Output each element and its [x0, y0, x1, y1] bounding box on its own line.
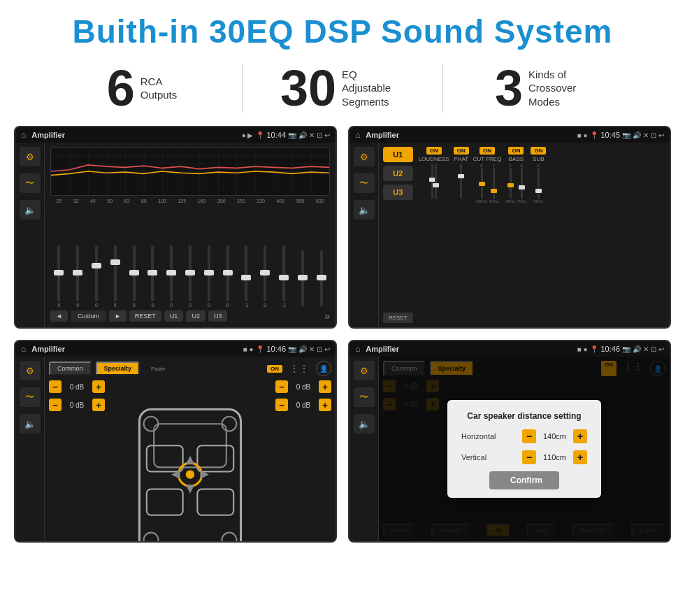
tab-common[interactable]: Common	[49, 361, 92, 375]
dialog-filter-btn[interactable]: ⚙	[354, 361, 375, 380]
svg-rect-5	[147, 489, 183, 515]
dialog-wave-btn[interactable]: 〜	[354, 387, 375, 407]
eq-custom-label: Custom	[71, 310, 106, 322]
fader-wave-btn[interactable]: 〜	[20, 387, 41, 407]
eq-wave-btn[interactable]: 〜	[20, 173, 41, 193]
more-arrow-icon[interactable]: »	[324, 310, 330, 322]
eq-slider-14[interactable]	[294, 250, 311, 308]
screenshots-grid: ⌂ Amplifier ● ▶ 📍 10:44 📷 🔊 ✕ ⊡ ↩ ⚙ 〜 🔈	[0, 123, 685, 550]
back-icon[interactable]: ↩	[324, 131, 330, 139]
fader-window-icon[interactable]: ⊡	[317, 345, 322, 353]
fader-minus-2[interactable]: −	[49, 399, 62, 411]
fader-minus-1[interactable]: −	[49, 380, 62, 393]
eq-u3-btn[interactable]: U3	[208, 310, 228, 322]
fader-plus-2[interactable]: +	[92, 399, 105, 411]
fader-close-icon[interactable]: ✕	[309, 345, 315, 353]
crossover-back-icon[interactable]: ↩	[658, 131, 664, 139]
cross-wave-btn[interactable]: 〜	[354, 173, 375, 193]
crossover-main: U1 U2 U3 RESET ON LOUDNESS	[379, 143, 670, 327]
fader-back-icon[interactable]: ↩	[324, 345, 330, 353]
fader-person-icon[interactable]: 👤	[316, 361, 331, 376]
stat-eq: 30 EQ AdjustableSegments	[243, 63, 442, 113]
fader-minus-4[interactable]: −	[275, 399, 288, 411]
eq-slider-4[interactable]: 5	[106, 245, 124, 308]
preset-u3[interactable]: U3	[383, 185, 413, 200]
eq-filter-btn[interactable]: ⚙	[20, 147, 41, 166]
stat-rca-label: RCAOutputs	[140, 75, 178, 102]
dialog-time: 10:46	[600, 345, 620, 353]
loudness-on[interactable]: ON	[426, 147, 442, 155]
dialog-window-icon[interactable]: ⊡	[651, 345, 656, 353]
eq-slider-12[interactable]: 0	[257, 245, 274, 308]
home-icon[interactable]: ⌂	[21, 130, 26, 140]
eq-u1-btn[interactable]: U1	[164, 310, 184, 322]
eq-reset-btn[interactable]: RESET	[129, 310, 161, 322]
eq-slider-10[interactable]: 0	[219, 245, 236, 308]
svg-rect-6	[197, 489, 233, 515]
window-icon[interactable]: ⊡	[317, 131, 322, 139]
fader-plus-1[interactable]: +	[92, 380, 105, 393]
stat-crossover-number: 3	[495, 63, 523, 113]
dialog-content: ⚙ 〜 🔈 Common Specialty ON ⋮⋮ 👤 −0 dB+	[349, 357, 670, 541]
horizontal-label: Horizontal	[461, 432, 503, 440]
eq-slider-1[interactable]: 0	[50, 245, 68, 308]
horizontal-minus-btn[interactable]: −	[522, 429, 536, 443]
dialog-home-icon[interactable]: ⌂	[355, 344, 360, 354]
bass-on[interactable]: ON	[508, 147, 524, 155]
page-title: Buith-in 30EQ DSP Sound System	[14, 13, 671, 50]
fader-tabs: Common Specialty Fader ON ⋮⋮ 👤	[49, 361, 331, 376]
eq-slider-6[interactable]: 0	[144, 245, 161, 308]
fader-plus-3[interactable]: +	[319, 380, 331, 393]
eq-slider-15[interactable]	[312, 250, 330, 308]
fader-left-col: − 0 dB + − 0 dB +	[49, 380, 105, 543]
eq-slider-9[interactable]: 0	[200, 245, 217, 308]
close-icon[interactable]: ✕	[309, 131, 315, 139]
cutfreq-on[interactable]: ON	[480, 147, 495, 155]
fader-right-col: − 0 dB + − 0 dB +	[275, 380, 331, 543]
crossover-home-icon[interactable]: ⌂	[355, 130, 360, 140]
fader-filter-btn[interactable]: ⚙	[20, 361, 41, 380]
fader-home-icon[interactable]: ⌂	[21, 344, 26, 354]
stat-rca: 6 RCAOutputs	[42, 63, 242, 113]
fader-plus-4[interactable]: +	[319, 399, 331, 411]
eq-slider-7[interactable]: 0	[163, 245, 180, 308]
dialog-back-icon[interactable]: ↩	[658, 345, 664, 353]
fader-on-badge[interactable]: ON	[267, 365, 282, 373]
fader-speaker-btn[interactable]: 🔈	[20, 414, 41, 434]
eq-slider-11[interactable]: -1	[238, 245, 255, 308]
stat-eq-number: 30	[280, 63, 336, 113]
tab-specialty[interactable]: Specialty	[96, 361, 140, 375]
cross-filter-btn[interactable]: ⚙	[354, 147, 375, 166]
dialog-app-title: Amplifier	[366, 345, 574, 353]
vertical-minus-btn[interactable]: −	[522, 450, 536, 464]
eq-slider-8[interactable]: 0	[182, 245, 199, 308]
eq-slider-5[interactable]: 0	[125, 245, 143, 308]
dialog-close-icon[interactable]: ✕	[643, 345, 649, 353]
eq-slider-2[interactable]: 0	[69, 245, 87, 308]
eq-prev-btn[interactable]: ◄	[50, 310, 68, 322]
crossover-window-icon[interactable]: ⊡	[651, 131, 656, 139]
eq-speaker-btn[interactable]: 🔈	[20, 200, 41, 220]
dialog-speaker-btn[interactable]: 🔈	[354, 414, 375, 434]
vertical-plus-btn[interactable]: +	[573, 450, 587, 464]
crossover-status-icons: 📍 10:45 📷 🔊 ✕ ⊡ ↩	[590, 131, 664, 139]
eq-u2-btn[interactable]: U2	[186, 310, 206, 322]
stat-crossover-label: Kinds ofCrossover Modes	[528, 68, 591, 109]
eq-slider-13[interactable]: -1	[275, 245, 293, 308]
dialog-screen: ⌂ Amplifier ■ ● 📍 10:46 📷 🔊 ✕ ⊡ ↩ ⚙ 〜 🔈	[348, 340, 671, 543]
svg-point-14	[222, 417, 237, 431]
fader-minus-3[interactable]: −	[275, 380, 288, 393]
phat-on[interactable]: ON	[454, 147, 469, 155]
eq-sliders: 0 0 0 5 0 0 0 0 0 0 -1 0 -1	[50, 206, 330, 308]
preset-u2[interactable]: U2	[383, 166, 413, 181]
eq-next-btn[interactable]: ►	[109, 310, 127, 322]
crossover-close-icon[interactable]: ✕	[643, 131, 649, 139]
eq-slider-3[interactable]: 0	[88, 245, 106, 308]
cross-speaker-btn[interactable]: 🔈	[354, 200, 375, 220]
crossover-reset-btn[interactable]: RESET	[383, 313, 413, 323]
sub-on[interactable]: ON	[531, 147, 546, 155]
preset-u1[interactable]: U1	[383, 147, 413, 162]
fader-side-controls: ⚙ 〜 🔈	[15, 357, 45, 541]
horizontal-plus-btn[interactable]: +	[573, 429, 587, 443]
confirm-button[interactable]: Confirm	[489, 471, 559, 489]
